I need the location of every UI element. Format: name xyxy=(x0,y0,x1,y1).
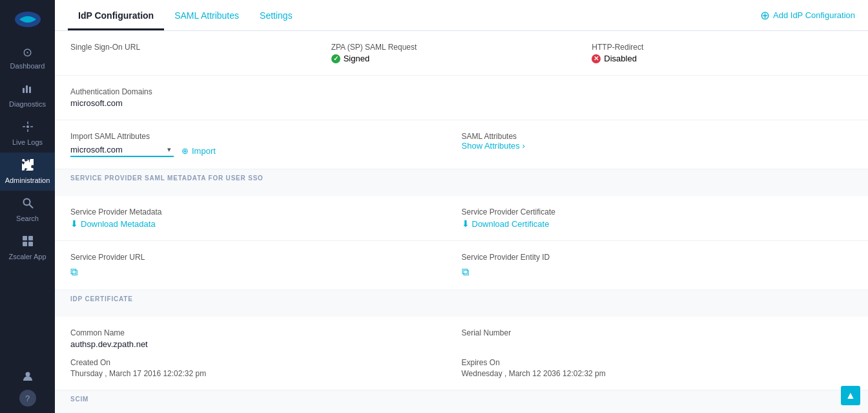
live-logs-icon xyxy=(22,121,34,136)
sidebar-item-label: Administration xyxy=(5,176,50,184)
administration-icon xyxy=(22,159,34,174)
sso-url-label: Single Sign-On URL xyxy=(70,43,331,52)
import-select-wrap: microsoft.com google.com ▾ xyxy=(70,145,174,157)
add-circle-icon: ⊕ xyxy=(760,8,770,23)
add-idp-button[interactable]: ⊕ Add IdP Configuration xyxy=(760,8,855,23)
created-on-field: Created On Thursday , March 17 2016 12:0… xyxy=(70,358,462,378)
http-status-badge: ✕ Disabled xyxy=(592,54,852,63)
sp-divider: SERVICE PROVIDER SAML METADATA FOR USER … xyxy=(55,169,868,196)
http-status-text: Disabled xyxy=(604,54,637,63)
http-status-icon: ✕ xyxy=(592,54,601,63)
sp-entity-id-field: Service Provider Entity ID ⧉ xyxy=(462,253,853,278)
saml-attributes-label: SAML Attributes xyxy=(462,132,853,141)
sidebar-item-label: Zscaler App xyxy=(8,253,46,260)
help-icon: ? xyxy=(25,394,30,403)
saml-attributes-field: SAML Attributes Show Attributes › xyxy=(462,132,853,157)
zpa-status-badge: ✓ Signed xyxy=(331,54,592,63)
sp-url-field: Service Provider URL ⧉ xyxy=(70,253,462,278)
sp-certificate-label: Service Provider Certificate xyxy=(462,207,853,217)
http-redirect-label: HTTP-Redirect xyxy=(592,43,852,52)
serial-number-field: Serial Number xyxy=(462,328,853,349)
sidebar-item-label: Search xyxy=(16,215,39,222)
svg-rect-15 xyxy=(28,242,33,246)
sso-url-field: Single Sign-On URL xyxy=(70,43,331,63)
import-saml-field: Import SAML Attributes microsoft.com goo… xyxy=(70,132,462,157)
sidebar-item-live-logs[interactable]: Live Logs xyxy=(0,114,55,153)
svg-rect-12 xyxy=(23,236,27,240)
tab-idp-config[interactable]: IdP Configuration xyxy=(68,1,164,30)
idp-cert-divider: IdP CERTIFICATE xyxy=(55,290,868,317)
svg-point-16 xyxy=(25,372,30,377)
import-saml-label: Import SAML Attributes xyxy=(70,132,462,141)
tab-settings[interactable]: Settings xyxy=(249,1,303,30)
sidebar-item-diagnostics[interactable]: Diagnostics xyxy=(0,76,55,114)
user-icon xyxy=(22,370,34,383)
import-saml-section: Import SAML Attributes microsoft.com goo… xyxy=(55,120,868,169)
sp-metadata-field: Service Provider Metadata ⬇ Download Met… xyxy=(70,207,462,229)
zpa-saml-label: ZPA (SP) SAML Request xyxy=(331,43,592,52)
import-row: microsoft.com google.com ▾ ⊕ Import xyxy=(70,145,462,157)
download-certificate-icon: ⬇ xyxy=(462,218,470,229)
import-select[interactable]: microsoft.com google.com xyxy=(70,145,174,154)
svg-point-10 xyxy=(23,199,30,206)
import-circle-icon: ⊕ xyxy=(181,146,189,156)
auth-domains-section: Authentication Domains microsoft.com xyxy=(55,76,868,120)
zpa-saml-field: ZPA (SP) SAML Request ✓ Signed xyxy=(331,43,592,63)
scroll-to-top-button[interactable]: ▲ xyxy=(841,386,860,405)
svg-rect-13 xyxy=(28,236,33,240)
svg-rect-1 xyxy=(23,88,25,93)
auth-domains-label: Authentication Domains xyxy=(70,87,852,96)
svg-point-4 xyxy=(26,125,29,128)
sp-metadata-section: Service Provider Metadata ⬇ Download Met… xyxy=(55,196,868,241)
sidebar-item-label: Dashboard xyxy=(10,62,45,70)
import-button[interactable]: ⊕ Import xyxy=(181,146,216,156)
sp-url-label: Service Provider URL xyxy=(70,253,462,262)
common-name-label: Common Name xyxy=(70,328,462,337)
svg-rect-2 xyxy=(26,85,28,93)
svg-line-11 xyxy=(29,205,33,209)
zscaler-app-icon xyxy=(22,235,34,250)
common-name-value: authsp.dev.zpath.net xyxy=(70,339,462,349)
auth-domains-value: microsoft.com xyxy=(70,98,852,108)
svg-point-9 xyxy=(26,164,29,167)
zpa-status-icon: ✓ xyxy=(331,54,340,63)
download-metadata-link[interactable]: ⬇ Download Metadata xyxy=(70,218,462,229)
svg-rect-3 xyxy=(29,87,31,93)
top-nav: IdP Configuration SAML Attributes Settin… xyxy=(55,0,868,31)
sp-entity-id-label: Service Provider Entity ID xyxy=(462,253,853,262)
tab-saml-attributes[interactable]: SAML Attributes xyxy=(164,1,249,30)
dashboard-icon: ⊙ xyxy=(23,45,32,59)
sp-entity-id-copy-icon[interactable]: ⧉ xyxy=(462,266,853,278)
download-certificate-link[interactable]: ⬇ Download Certificate xyxy=(462,218,853,229)
svg-rect-14 xyxy=(23,242,27,246)
zpa-status-text: Signed xyxy=(344,54,369,63)
help-button[interactable]: ? xyxy=(19,390,36,407)
created-on-value: Thursday , March 17 2016 12:02:32 pm xyxy=(70,369,462,378)
sidebar-item-search[interactable]: Search xyxy=(0,191,55,229)
idp-cert-section: Common Name authsp.dev.zpath.net Serial … xyxy=(55,317,868,390)
sidebar-item-user[interactable] xyxy=(0,364,55,390)
diagnostics-icon xyxy=(22,83,34,98)
sidebar-item-administration[interactable]: Administration xyxy=(0,153,55,191)
sidebar: ⊙ Dashboard Diagnostics Live Logs Admini… xyxy=(0,0,55,413)
expires-on-value: Wednesday , March 12 2036 12:02:32 pm xyxy=(462,369,853,378)
common-name-field: Common Name authsp.dev.zpath.net xyxy=(70,328,462,349)
chevron-up-icon: ▲ xyxy=(845,390,856,401)
idp-cert-divider-label: IdP CERTIFICATE xyxy=(70,295,852,302)
auth-domains-field: Authentication Domains microsoft.com xyxy=(70,87,852,108)
search-icon xyxy=(22,197,34,212)
expires-on-label: Expires On xyxy=(462,358,853,367)
sidebar-bottom: ? xyxy=(0,364,55,413)
http-redirect-field: HTTP-Redirect ✕ Disabled xyxy=(592,43,852,63)
sidebar-item-label: Diagnostics xyxy=(9,100,46,108)
sidebar-item-zscaler-app[interactable]: Zscaler App xyxy=(0,229,55,267)
serial-number-label: Serial Number xyxy=(462,328,853,337)
download-metadata-icon: ⬇ xyxy=(70,218,78,229)
sidebar-item-dashboard[interactable]: ⊙ Dashboard xyxy=(0,39,55,76)
show-attributes-link[interactable]: Show Attributes › xyxy=(462,141,853,151)
scim-divider-label: SCIM xyxy=(70,396,852,403)
sidebar-item-label: Live Logs xyxy=(12,138,43,146)
sso-section: Single Sign-On URL ZPA (SP) SAML Request… xyxy=(55,31,868,76)
sp-divider-label: SERVICE PROVIDER SAML METADATA FOR USER … xyxy=(70,175,852,182)
sp-url-copy-icon[interactable]: ⧉ xyxy=(70,266,462,278)
